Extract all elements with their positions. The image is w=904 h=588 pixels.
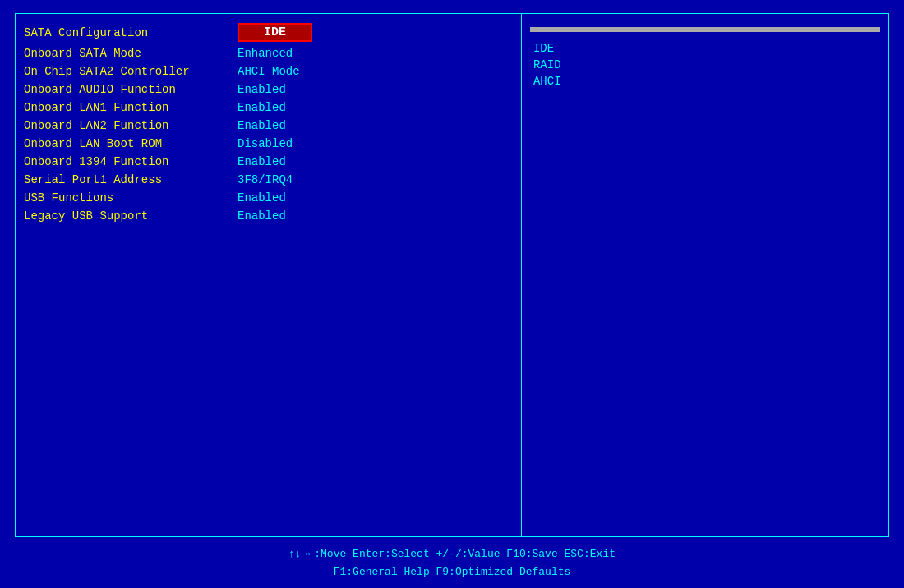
menu-value-4: Enabled [238,101,286,114]
bios-header [0,0,904,13]
menu-row-8[interactable]: Serial Port1 Address3F8/IRQ4 [24,171,513,189]
menu-value-6: Disabled [238,137,293,150]
options-label [530,27,880,32]
content-area: SATA ConfigurationIDEOnboard SATA ModeEn… [15,13,889,537]
menu-label-9: USB Functions [24,191,238,204]
menu-value-5: Enabled [238,119,286,132]
help-option-0: IDE [530,40,880,57]
menu-value-10: Enabled [238,209,286,223]
menu-row-10[interactable]: Legacy USB SupportEnabled [24,207,513,225]
footer-line2: F1:General Help F9:Optimized Defaults [15,563,889,581]
selected-value-box[interactable]: IDE [238,23,312,42]
menu-label-3: Onboard AUDIO Function [24,83,238,96]
menu-row-1[interactable]: Onboard SATA ModeEnhanced [24,44,513,62]
menu-row-5[interactable]: Onboard LAN2 FunctionEnabled [24,117,513,135]
right-panel: IDERAIDAHCI [522,14,888,536]
menu-value-2: AHCI Mode [238,65,300,78]
menu-value-1: Enhanced [238,47,293,60]
menu-row-9[interactable]: USB FunctionsEnabled [24,189,513,207]
menu-row-6[interactable]: Onboard LAN Boot ROMDisabled [24,135,513,153]
menu-value-7: Enabled [238,155,286,168]
left-panel: SATA ConfigurationIDEOnboard SATA ModeEn… [16,14,522,536]
footer-line1: ↑↓→←:Move Enter:Select +/-/:Value F10:Sa… [15,545,889,563]
main-container: SATA ConfigurationIDEOnboard SATA ModeEn… [0,13,904,588]
help-option-1: RAID [530,57,880,73]
menu-label-5: Onboard LAN2 Function [24,119,238,132]
menu-label-8: Serial Port1 Address [24,173,238,186]
menu-value-9: Enabled [238,191,286,204]
menu-label-1: Onboard SATA Mode [24,47,238,60]
footer: ↑↓→←:Move Enter:Select +/-/:Value F10:Sa… [15,540,889,588]
menu-value-3: Enabled [238,83,286,96]
menu-label-4: Onboard LAN1 Function [24,101,238,114]
menu-row-0[interactable]: SATA ConfigurationIDE [24,21,513,44]
menu-row-4[interactable]: Onboard LAN1 FunctionEnabled [24,99,513,117]
menu-row-3[interactable]: Onboard AUDIO FunctionEnabled [24,80,513,99]
menu-value-8: 3F8/IRQ4 [238,173,293,186]
menu-row-2[interactable]: On Chip SATA2 ControllerAHCI Mode [24,62,513,80]
menu-label-2: On Chip SATA2 Controller [24,65,238,78]
menu-row-7[interactable]: Onboard 1394 FunctionEnabled [24,153,513,171]
menu-label-0: SATA Configuration [24,26,238,39]
menu-label-6: Onboard LAN Boot ROM [24,137,238,150]
help-option-2: AHCI [530,73,880,90]
menu-label-10: Legacy USB Support [24,209,238,223]
menu-label-7: Onboard 1394 Function [24,155,238,168]
